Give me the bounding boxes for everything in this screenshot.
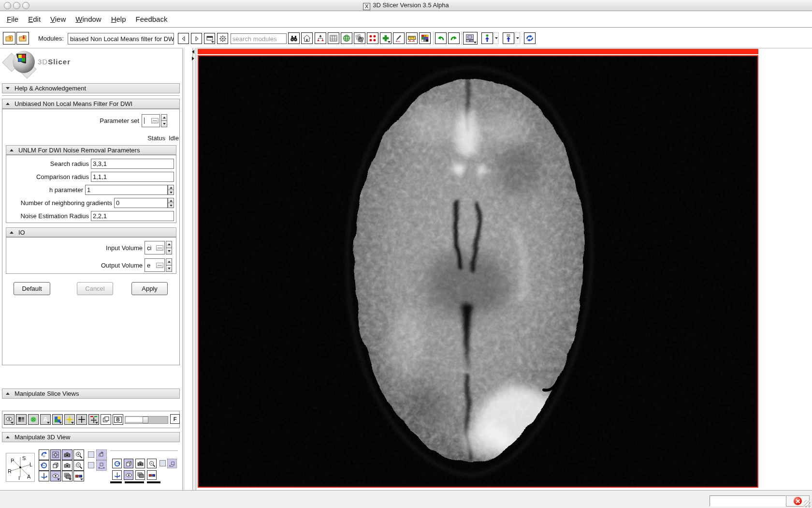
h-parameter-spinner[interactable] [168,185,174,195]
perspective-button[interactable] [124,459,133,468]
red-slice-viewport[interactable] [198,55,758,488]
slice-visibility-button[interactable] [4,414,14,425]
compositing-button[interactable] [52,414,63,425]
pitch-up-button[interactable] [39,449,49,460]
ruler-module-button[interactable] [406,32,418,44]
mouse-place-mode-button[interactable] [481,32,493,44]
menu-view[interactable]: View [50,15,66,23]
center-view-button[interactable] [50,449,61,460]
search-modules-input[interactable] [231,33,287,44]
menu-edit[interactable]: Edit [28,15,41,23]
spin-up-icon[interactable] [161,114,167,121]
select-camera-button[interactable] [62,471,72,481]
spin-up-icon[interactable] [166,241,172,248]
comparison-radius-input[interactable] [91,172,174,182]
yaw-left-button[interactable] [39,460,49,471]
data-module-button[interactable] [315,32,326,44]
zoom-in-button[interactable] [73,449,84,460]
layout-button[interactable] [463,32,478,45]
default-button[interactable]: Default [14,282,50,295]
orthographic-button[interactable] [50,460,61,471]
screenshot-button[interactable]: B [113,414,123,425]
resize-grip[interactable] [804,500,811,508]
spin-down-icon[interactable] [168,203,174,208]
spin-down-icon[interactable] [166,248,172,255]
orbit-view-button[interactable] [167,459,177,468]
volumes-module-button[interactable] [328,32,339,44]
pane-splitter[interactable] [183,48,197,490]
editor-module-button[interactable] [380,32,392,44]
noise-estimation-radius-input[interactable] [91,211,174,221]
rock-view-button[interactable] [96,460,107,471]
undo-button[interactable] [435,32,447,44]
view3d-axes-widget[interactable]: P S L R A I [6,453,35,482]
home-module-button[interactable] [301,32,313,44]
splitter-groove[interactable] [192,48,196,490]
spin-up-icon[interactable] [166,258,172,266]
collapse-right-icon[interactable] [192,57,194,60]
combo-menu-icon[interactable]: — [151,118,159,123]
neighboring-gradients-spinner[interactable] [168,198,174,208]
spin-down-icon[interactable] [161,121,167,127]
colors-module-button[interactable] [419,32,431,44]
red-slice-controller-bar[interactable] [198,49,758,54]
module-prev-button[interactable] [178,33,189,44]
input-volume-spinner[interactable] [166,241,172,254]
fiducials-module-button[interactable] [367,32,378,44]
redo-button[interactable] [448,32,460,44]
transforms-module-button[interactable] [354,32,365,44]
menu-feedback[interactable]: Feedback [136,15,168,23]
io-section-header[interactable]: IO [6,227,176,237]
yaw-right-button[interactable] [112,459,122,468]
parameter-set-combobox[interactable]: — [142,114,160,127]
mouse-transform-mode-button[interactable] [503,32,514,44]
refresh-button[interactable] [524,32,536,44]
stereo-2-button[interactable] [147,470,157,480]
input-volume-combobox[interactable]: ci — [145,241,165,254]
menu-file[interactable]: File [7,15,18,23]
module-settings-button[interactable] [217,33,228,44]
search-radius-input[interactable] [91,159,174,169]
labelmap-opacity-button[interactable] [28,414,39,425]
annotation-button[interactable]: A [40,414,51,425]
spatial-units-button[interactable] [88,414,99,425]
slice-views-section-header[interactable]: Manipulate Slice Views [2,388,180,399]
measurements-module-button[interactable] [393,32,405,44]
h-parameter-input[interactable] [85,185,168,195]
module-next-button[interactable] [191,33,202,44]
select-camera-2-button[interactable] [135,470,145,480]
mouse-place-mode-dropdown[interactable] [493,32,499,44]
collapse-left-icon[interactable] [192,50,194,54]
spin-checkbox[interactable] [88,451,94,458]
animate-checkbox[interactable] [160,460,166,466]
neighboring-gradients-input[interactable] [114,198,168,208]
stereo-button[interactable] [73,471,84,481]
module-history-button[interactable] [204,33,215,44]
save-scene-button[interactable] [16,32,29,45]
roll-axis-button[interactable] [39,471,49,481]
menu-help[interactable]: Help [111,15,126,23]
help-section-header[interactable]: Help & Acknowledgement [2,83,180,93]
parameter-set-spinner[interactable] [161,114,167,127]
spin-down-icon[interactable] [168,190,174,195]
spin-view-button[interactable] [96,449,107,460]
fit-window-button[interactable]: F [170,414,180,424]
record-view-button[interactable] [62,460,72,471]
screenshot-3d-button[interactable] [62,449,72,460]
roll-axis-2-button[interactable] [112,470,122,480]
visibility-3d-button[interactable] [50,471,61,481]
view3d-section-header[interactable]: Manipulate 3D View [2,432,180,442]
snapshot-button[interactable] [135,459,145,468]
crosshair-button[interactable] [64,414,75,425]
link-views-button[interactable] [101,414,111,425]
module-section-header[interactable]: Unbiased Non Local Means Filter For DWI [2,99,180,109]
mouse-transform-mode-dropdown[interactable] [515,32,520,44]
fade-slider[interactable] [125,416,168,424]
rock-checkbox[interactable] [88,462,94,468]
module-selector-combobox[interactable]: biased Non Local Means filter for DWI [68,33,174,45]
visibility-3d-2-button[interactable] [124,470,133,480]
fade-slider-handle[interactable] [143,417,148,423]
spin-up-icon[interactable] [168,198,174,203]
models-module-button[interactable] [341,32,352,44]
menu-window[interactable]: Window [75,15,101,23]
